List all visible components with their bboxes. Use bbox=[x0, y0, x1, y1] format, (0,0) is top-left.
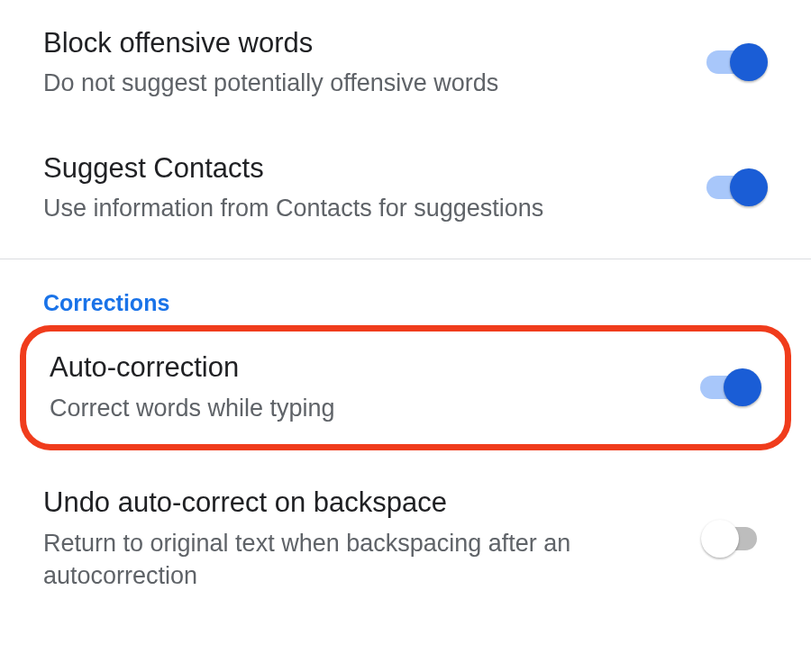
setting-block-offensive-words[interactable]: Block offensive words Do not suggest pot… bbox=[0, 0, 811, 125]
setting-title: Block offensive words bbox=[43, 25, 688, 61]
toggle-suggest-contacts[interactable] bbox=[706, 168, 768, 207]
setting-title: Suggest Contacts bbox=[43, 150, 688, 186]
toggle-block-offensive[interactable] bbox=[706, 42, 768, 82]
setting-title: Undo auto-correct on backspace bbox=[43, 485, 688, 521]
setting-subtitle: Use information from Contacts for sugges… bbox=[43, 192, 688, 224]
toggle-auto-correction[interactable] bbox=[700, 368, 761, 407]
setting-subtitle: Correct words while typing bbox=[50, 392, 682, 424]
settings-list: Block offensive words Do not suggest pot… bbox=[0, 0, 811, 617]
toggle-thumb bbox=[724, 368, 761, 406]
setting-subtitle: Return to original text when backspacing… bbox=[43, 527, 688, 593]
toggle-thumb bbox=[701, 520, 739, 558]
setting-auto-correction-highlighted[interactable]: Auto-correction Correct words while typi… bbox=[20, 325, 791, 450]
setting-suggest-contacts[interactable]: Suggest Contacts Use information from Co… bbox=[0, 125, 811, 250]
setting-text: Block offensive words Do not suggest pot… bbox=[43, 25, 706, 100]
setting-text: Suggest Contacts Use information from Co… bbox=[43, 150, 706, 225]
toggle-thumb bbox=[730, 43, 768, 81]
setting-title: Auto-correction bbox=[50, 350, 682, 386]
toggle-undo-autocorrect[interactable] bbox=[706, 519, 768, 558]
setting-text: Undo auto-correct on backspace Return to… bbox=[43, 485, 706, 592]
toggle-thumb bbox=[730, 168, 768, 206]
setting-text: Auto-correction Correct words while typi… bbox=[50, 350, 700, 424]
setting-subtitle: Do not suggest potentially offensive wor… bbox=[43, 67, 688, 99]
section-header-corrections: Corrections bbox=[0, 259, 811, 320]
setting-undo-autocorrect[interactable]: Undo auto-correct on backspace Return to… bbox=[0, 458, 811, 617]
